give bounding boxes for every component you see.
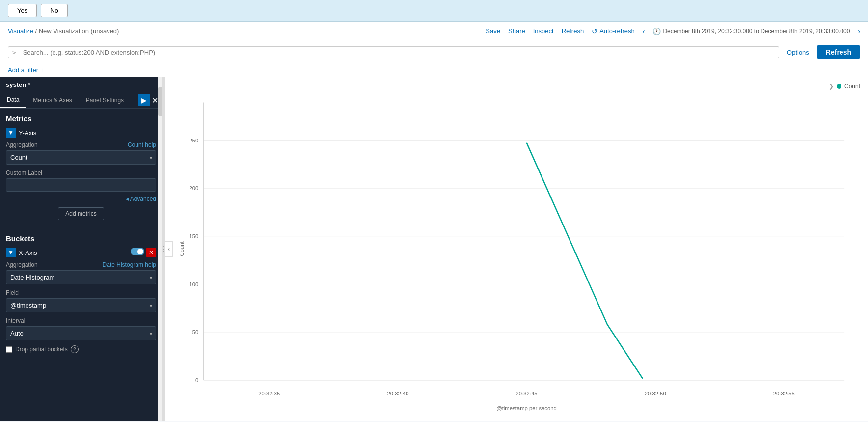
- inspect-link[interactable]: Inspect: [533, 28, 554, 35]
- interval-label-text: Interval: [6, 317, 25, 324]
- legend-label: Count: [844, 83, 860, 90]
- x-axis-expand-button[interactable]: ▼: [6, 248, 16, 257]
- section-divider: [6, 228, 156, 228]
- svg-text:0: 0: [195, 377, 198, 383]
- date-range: 🕐 December 8th 2019, 20:32:30.000 to Dec…: [652, 28, 850, 35]
- svg-text:Count: Count: [179, 241, 185, 256]
- interval-select-wrap: Auto Millisecond Second Minute Hour Day …: [6, 326, 156, 340]
- field-select[interactable]: @timestamp: [6, 298, 156, 312]
- add-metrics-button[interactable]: Add metrics: [58, 207, 104, 220]
- auto-refresh-toggle[interactable]: ↺ Auto-refresh: [592, 28, 635, 35]
- close-sidebar-button[interactable]: ✕: [152, 96, 158, 105]
- nav-chevron-left[interactable]: ‹: [643, 28, 645, 35]
- advanced-link[interactable]: ◂ Advanced: [6, 196, 156, 202]
- nav-chevron-right[interactable]: ›: [858, 28, 860, 35]
- custom-label-title: Custom Label: [6, 169, 156, 176]
- svg-text:20:32:45: 20:32:45: [516, 391, 538, 396]
- x-axis-toggle[interactable]: [131, 248, 144, 255]
- options-button[interactable]: Options: [783, 47, 813, 58]
- date-range-text: December 8th 2019, 20:32:30.000 to Decem…: [663, 28, 850, 35]
- date-histogram-help-link[interactable]: Date Histogram help: [103, 261, 156, 268]
- share-link[interactable]: Share: [508, 28, 525, 35]
- yes-button[interactable]: Yes: [8, 4, 37, 17]
- svg-text:20:32:35: 20:32:35: [258, 391, 280, 396]
- x-aggregation-label-row: Aggregation Date Histogram help: [6, 261, 156, 268]
- aggregation-label: Aggregation: [6, 141, 38, 148]
- scrollbar-thumb: [158, 109, 162, 116]
- main-layout: system* Data Metrics & Axes Panel Settin…: [0, 77, 868, 421]
- tab-data[interactable]: Data: [0, 92, 26, 108]
- custom-label-input[interactable]: [6, 178, 156, 192]
- breadcrumb: Visualize / New Visualization (unsaved): [8, 28, 119, 35]
- interval-label-row: Interval: [6, 317, 156, 324]
- sidebar-title: system*: [0, 77, 162, 92]
- breadcrumb-separator: /: [33, 28, 39, 35]
- svg-text:50: 50: [192, 329, 199, 335]
- aggregation-select[interactable]: Count Average Sum Min Max: [6, 150, 156, 165]
- y-axis-header: ▼ Y-Axis: [6, 128, 156, 138]
- interval-select[interactable]: Auto Millisecond Second Minute Hour Day: [6, 326, 156, 340]
- search-prompt: >_: [12, 49, 20, 56]
- x-axis-remove-button[interactable]: ✕: [146, 248, 156, 257]
- svg-text:20:32:40: 20:32:40: [387, 391, 408, 396]
- tab-metrics-axes[interactable]: Metrics & Axes: [26, 93, 79, 108]
- svg-text:200: 200: [190, 185, 199, 191]
- x-aggregation-select[interactable]: Date Histogram Histogram Range Terms: [6, 270, 156, 284]
- field-select-wrap: @timestamp ▾: [6, 298, 156, 312]
- y-axis-label: Y-Axis: [19, 129, 36, 137]
- save-link[interactable]: Save: [486, 28, 500, 35]
- svg-text:100: 100: [190, 281, 199, 287]
- refresh-link[interactable]: Refresh: [562, 28, 584, 35]
- aggregation-select-wrap: Count Average Sum Min Max ▾: [6, 150, 156, 165]
- chart-legend: ❯ Count: [829, 83, 860, 90]
- clock-icon: 🕐: [652, 28, 661, 35]
- sidebar: system* Data Metrics & Axes Panel Settin…: [0, 77, 162, 421]
- help-icon[interactable]: ?: [71, 345, 79, 353]
- metrics-section-title: Metrics: [6, 114, 156, 123]
- confirm-bar: Yes No: [0, 0, 868, 22]
- nav-header: Visualize / New Visualization (unsaved) …: [0, 22, 868, 41]
- sidebar-tabs: Data Metrics & Axes Panel Settings ▶ ✕: [0, 92, 162, 109]
- bucket-icons: ✕: [131, 248, 156, 257]
- legend-arrow-left[interactable]: ❯: [829, 83, 834, 90]
- refresh-icon: ↺: [592, 28, 597, 35]
- svg-text:250: 250: [190, 138, 199, 143]
- chart-line: [527, 143, 643, 379]
- drop-partial-label: Drop partial buckets: [15, 346, 68, 353]
- drop-partial-checkbox[interactable]: [6, 346, 12, 353]
- search-input[interactable]: [23, 49, 775, 56]
- auto-refresh-label: Auto-refresh: [599, 28, 635, 35]
- nav-actions: Save Share Inspect Refresh ↺ Auto-refres…: [486, 28, 860, 35]
- x-aggregation-label: Aggregation: [6, 261, 38, 268]
- legend-dot: [837, 84, 841, 89]
- svg-text:20:32:50: 20:32:50: [645, 391, 666, 396]
- no-button[interactable]: No: [41, 4, 68, 17]
- search-input-wrap: >_: [8, 46, 779, 58]
- x-axis-row: ▼ X-Axis ✕: [6, 248, 156, 257]
- sidebar-content: Metrics ▼ Y-Axis Aggregation Count help …: [0, 109, 162, 421]
- sidebar-scrollbar[interactable]: [158, 109, 162, 421]
- svg-text:20:32:55: 20:32:55: [773, 391, 795, 396]
- breadcrumb-page: New Visualization (unsaved): [39, 28, 119, 35]
- chart-svg: Count 0 50 100 150 200 250 20:: [165, 77, 868, 421]
- add-filter-button[interactable]: Add a filter +: [8, 66, 44, 74]
- collapse-sidebar-button[interactable]: ‹: [165, 241, 173, 257]
- run-visualization-button[interactable]: ▶: [138, 94, 150, 106]
- aggregation-label-row: Aggregation Count help: [6, 141, 156, 148]
- tab-panel-settings[interactable]: Panel Settings: [79, 93, 131, 108]
- search-bar: >_ Options Refresh: [0, 41, 868, 63]
- toggle-knob: [137, 249, 143, 254]
- chart-area: ‹ ❯ Count Count 0 50 100 150: [165, 77, 868, 421]
- refresh-button[interactable]: Refresh: [817, 45, 860, 59]
- buckets-section-title: Buckets: [6, 234, 156, 243]
- drop-partial-row: Drop partial buckets ?: [6, 345, 156, 353]
- count-help-link[interactable]: Count help: [128, 141, 156, 148]
- field-label-text: Field: [6, 289, 19, 296]
- field-label-row: Field: [6, 289, 156, 296]
- svg-text:@timestamp per second: @timestamp per second: [496, 405, 557, 411]
- x-aggregation-select-wrap: Date Histogram Histogram Range Terms ▾: [6, 270, 156, 284]
- y-axis-expand-button[interactable]: ▼: [6, 128, 16, 138]
- x-axis-label: X-Axis: [19, 249, 37, 256]
- svg-text:150: 150: [190, 233, 199, 239]
- breadcrumb-visualize[interactable]: Visualize: [8, 28, 33, 35]
